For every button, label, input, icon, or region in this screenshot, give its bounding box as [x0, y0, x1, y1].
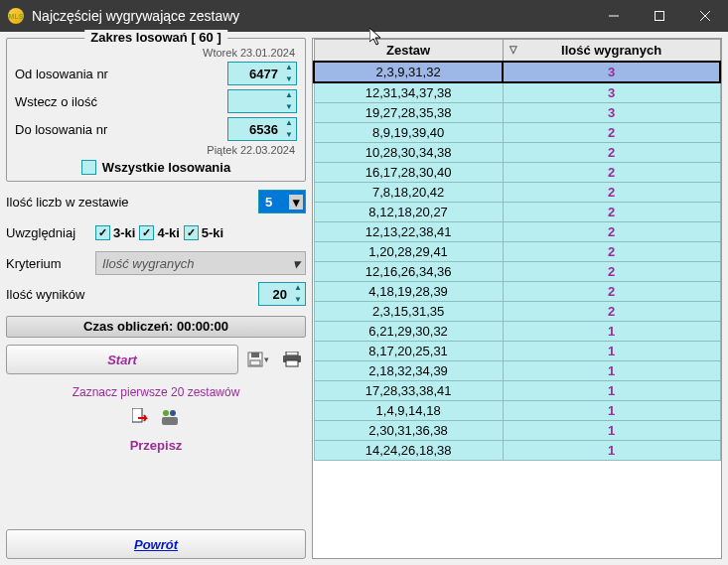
table-row[interactable]: 14,24,26,18,381 — [314, 441, 720, 461]
cell-set: 10,28,30,34,38 — [314, 143, 503, 163]
cell-wins: 3 — [503, 82, 720, 103]
cell-set: 4,18,19,28,39 — [314, 282, 503, 302]
table-row[interactable]: 17,28,33,38,411 — [314, 381, 720, 401]
results-spinner[interactable]: 20 ▲▼ — [258, 282, 306, 306]
results-label: Ilość wyników — [6, 287, 258, 302]
to-spinner[interactable]: 6536 ▲▼ — [227, 117, 297, 141]
close-button[interactable] — [682, 0, 728, 32]
start-button[interactable]: Start — [6, 345, 238, 374]
svg-rect-7 — [286, 352, 298, 355]
doc-arrow-icon — [132, 408, 152, 429]
cell-wins: 3 — [503, 103, 720, 123]
table-row[interactable]: 8,12,18,20,272 — [314, 203, 720, 222]
cell-wins: 1 — [503, 421, 720, 441]
cell-wins: 2 — [503, 123, 720, 143]
table-row[interactable]: 2,3,15,31,352 — [314, 302, 720, 322]
count-combo[interactable]: 5▾ — [258, 190, 306, 213]
cell-set: 12,31,34,37,38 — [314, 82, 503, 103]
table-row[interactable]: 12,31,34,37,383 — [314, 82, 720, 103]
cell-set: 7,8,18,20,42 — [314, 183, 503, 203]
table-row[interactable]: 1,20,28,29,412 — [314, 242, 720, 262]
table-row[interactable]: 4,18,19,28,392 — [314, 282, 720, 302]
svg-point-12 — [170, 410, 176, 416]
table-row[interactable]: 2,18,32,34,391 — [314, 361, 720, 381]
return-button[interactable]: Powrót — [6, 529, 306, 559]
table-row[interactable]: 1,4,9,14,181 — [314, 401, 720, 421]
from-spinner[interactable]: 6477 ▲▼ — [227, 62, 297, 85]
check-4ki[interactable]: ✓ — [139, 225, 154, 240]
svg-rect-1 — [655, 12, 664, 21]
cell-wins: 1 — [503, 401, 720, 421]
cell-set: 8,9,19,39,40 — [314, 123, 503, 143]
table-row[interactable]: 12,13,22,38,412 — [314, 222, 720, 242]
window-title: Najczęściej wygrywające zestawy — [32, 8, 591, 24]
check-5ki[interactable]: ✓ — [184, 225, 199, 240]
cell-set: 8,17,20,25,31 — [314, 342, 503, 361]
svg-rect-6 — [250, 360, 260, 365]
cell-wins: 2 — [503, 143, 720, 163]
table-row[interactable]: 7,8,18,20,422 — [314, 183, 720, 203]
criterion-label: Kryterium — [6, 256, 95, 271]
cell-set: 2,3,15,31,35 — [314, 302, 503, 322]
cell-wins: 2 — [503, 302, 720, 322]
cell-set: 17,28,33,38,41 — [314, 381, 503, 401]
cell-wins: 1 — [503, 381, 720, 401]
time-bar: Czas obliczeń: 00:00:00 — [6, 316, 306, 338]
cell-wins: 2 — [503, 183, 720, 203]
mark-link[interactable]: Zaznacz pierwsze 20 zestawów — [6, 385, 306, 399]
date-from-label: Wtorek 23.01.2024 — [15, 47, 295, 59]
table-row[interactable]: 6,21,29,30,321 — [314, 322, 720, 342]
date-to-label: Piątek 22.03.2024 — [15, 144, 295, 156]
cell-set: 8,12,18,20,27 — [314, 203, 503, 222]
range-group: Zakres losowań [ 60 ] Wtorek 23.01.2024 … — [6, 38, 306, 182]
cell-wins: 3 — [503, 62, 720, 82]
results-panel: Zestaw ▽Ilość wygranych 2,3,9,31,32312,3… — [312, 38, 722, 559]
sort-desc-icon: ▽ — [510, 44, 517, 55]
consider-label: Uwzględniaj — [6, 225, 95, 240]
save-icon[interactable]: ▾ — [244, 346, 272, 373]
cell-set: 2,30,31,36,38 — [314, 421, 503, 441]
table-row[interactable]: 2,3,9,31,323 — [314, 62, 720, 82]
cell-wins: 2 — [503, 163, 720, 183]
people-icon — [160, 408, 180, 429]
cell-set: 19,27,28,35,38 — [314, 103, 503, 123]
cell-wins: 2 — [503, 203, 720, 222]
minimize-button[interactable] — [591, 0, 637, 32]
criterion-combo[interactable]: Ilość wygranych▾ — [95, 251, 306, 275]
maximize-button[interactable] — [637, 0, 682, 32]
to-label: Do losowania nr — [15, 122, 227, 137]
back-label: Wstecz o ilość — [15, 94, 227, 109]
cell-set: 14,24,26,18,38 — [314, 441, 503, 461]
cell-set: 1,20,28,29,41 — [314, 242, 503, 262]
check-3ki[interactable]: ✓ — [95, 225, 110, 240]
cell-wins: 1 — [503, 441, 720, 461]
app-icon: MLS — [8, 8, 24, 24]
cell-set: 6,21,29,30,32 — [314, 322, 503, 342]
col-set[interactable]: Zestaw — [314, 40, 503, 63]
copy-link[interactable]: Przepisz — [6, 438, 306, 453]
cell-set: 16,17,28,30,40 — [314, 163, 503, 183]
table-row[interactable]: 16,17,28,30,402 — [314, 163, 720, 183]
all-draws-checkbox[interactable] — [81, 160, 96, 175]
svg-point-11 — [163, 410, 169, 416]
table-row[interactable]: 19,27,28,35,383 — [314, 103, 720, 123]
cell-wins: 1 — [503, 342, 720, 361]
cell-set: 12,16,26,34,36 — [314, 262, 503, 282]
col-wins[interactable]: ▽Ilość wygranych — [503, 40, 720, 63]
all-draws-label: Wszystkie losowania — [102, 160, 230, 175]
cell-set: 2,3,9,31,32 — [314, 62, 503, 82]
table-row[interactable]: 10,28,30,34,382 — [314, 143, 720, 163]
table-row[interactable]: 2,30,31,36,381 — [314, 421, 720, 441]
cell-wins: 2 — [503, 262, 720, 282]
from-label: Od losowania nr — [15, 67, 227, 81]
print-icon[interactable] — [278, 346, 306, 373]
table-row[interactable]: 8,17,20,25,311 — [314, 342, 720, 361]
table-row[interactable]: 8,9,19,39,402 — [314, 123, 720, 143]
table-row[interactable]: 12,16,26,34,362 — [314, 262, 720, 282]
cell-wins: 1 — [503, 322, 720, 342]
cell-wins: 2 — [503, 222, 720, 242]
back-spinner[interactable]: ▲▼ — [227, 89, 297, 113]
cell-wins: 2 — [503, 242, 720, 262]
svg-rect-10 — [132, 408, 142, 422]
cell-set: 2,18,32,34,39 — [314, 361, 503, 381]
